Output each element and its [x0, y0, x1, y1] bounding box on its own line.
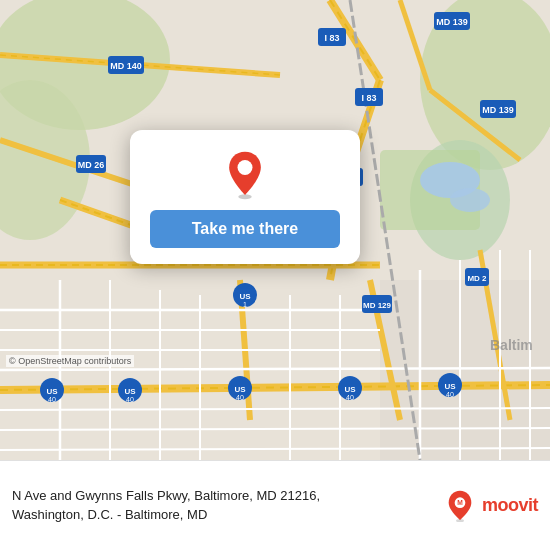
moovit-text: moovit: [482, 495, 538, 516]
moovit-logo[interactable]: M moovit: [444, 490, 538, 522]
svg-text:1: 1: [243, 301, 247, 308]
svg-text:Baltim: Baltim: [490, 337, 533, 353]
svg-text:MD 139: MD 139: [436, 17, 468, 27]
take-me-there-button[interactable]: Take me there: [150, 210, 340, 248]
svg-text:40: 40: [126, 396, 134, 403]
moovit-icon: M: [444, 490, 476, 522]
svg-text:MD 26: MD 26: [78, 160, 105, 170]
map-container: I 83 I 83 83 MD 140 MD 26 MD 139 MD 139 …: [0, 0, 550, 460]
address-block: N Ave and Gwynns Falls Pkwy, Baltimore, …: [12, 487, 434, 523]
svg-text:US: US: [344, 385, 356, 394]
address-line1: N Ave and Gwynns Falls Pkwy, Baltimore, …: [12, 487, 434, 505]
svg-text:M: M: [457, 499, 463, 506]
svg-text:US: US: [124, 387, 136, 396]
svg-text:40: 40: [346, 394, 354, 401]
svg-text:40: 40: [446, 391, 454, 398]
svg-text:US: US: [239, 292, 251, 301]
svg-point-7: [450, 188, 490, 212]
button-overlay: Take me there: [130, 130, 360, 264]
svg-text:MD 140: MD 140: [110, 61, 142, 71]
osm-credit: © OpenStreetMap contributors: [6, 355, 134, 367]
svg-text:I 83: I 83: [361, 93, 376, 103]
svg-text:US: US: [234, 385, 246, 394]
address-line2: Washington, D.C. - Baltimore, MD: [12, 506, 434, 524]
svg-text:US: US: [444, 382, 456, 391]
svg-text:40: 40: [48, 396, 56, 403]
svg-text:MD 129: MD 129: [363, 301, 392, 310]
svg-text:I 83: I 83: [324, 33, 339, 43]
svg-text:MD 2: MD 2: [467, 274, 487, 283]
location-pin-icon: [220, 150, 270, 200]
svg-text:40: 40: [236, 394, 244, 401]
svg-point-87: [238, 160, 253, 175]
svg-text:MD 139: MD 139: [482, 105, 514, 115]
svg-text:US: US: [46, 387, 58, 396]
bottom-bar: N Ave and Gwynns Falls Pkwy, Baltimore, …: [0, 460, 550, 550]
